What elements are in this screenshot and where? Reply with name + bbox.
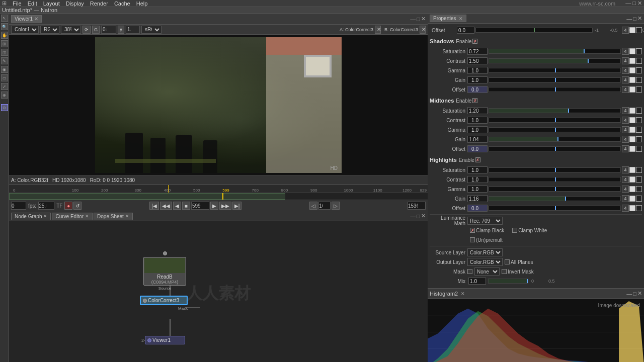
midtones-gain-input[interactable]: [467, 136, 488, 143]
clamp-white-checkbox[interactable]: [512, 228, 517, 233]
colorspace-select[interactable]: sRGB: [141, 26, 162, 34]
highlights-con-swatch1[interactable]: [629, 176, 635, 183]
mask-check[interactable]: [467, 269, 472, 274]
menu-display[interactable]: Display: [66, 1, 84, 7]
shadows-con-slider[interactable]: [489, 58, 621, 63]
midtones-gain-slider[interactable]: [489, 137, 621, 142]
shadows-gam-swatch2[interactable]: [636, 67, 642, 73]
midtones-gam-swatch2[interactable]: [636, 127, 642, 133]
shadows-gam-btn4[interactable]: 4: [622, 67, 629, 74]
tab-node-graph[interactable]: Node Graph ✕: [11, 213, 51, 220]
shadows-gain-btn4[interactable]: 4: [622, 76, 629, 83]
tab-node-graph-close[interactable]: ✕: [43, 214, 47, 219]
shadows-off-btn4[interactable]: 4: [622, 86, 629, 93]
shadows-gam-swatch1[interactable]: [629, 67, 635, 73]
midtones-gam-btn4[interactable]: 4: [622, 126, 629, 133]
shadows-con-input[interactable]: [467, 57, 488, 64]
midtones-sat-swatch2[interactable]: [636, 108, 642, 114]
btn-prev-key[interactable]: ◀◀: [160, 202, 172, 210]
properties-tab[interactable]: Properties ✕: [430, 15, 466, 22]
clamp-white-check[interactable]: Clamp White: [512, 228, 547, 233]
midtones-con-input[interactable]: [467, 117, 488, 124]
clamp-black-check[interactable]: Clamp Black: [470, 228, 504, 233]
midtones-off-swatch2[interactable]: [636, 146, 642, 152]
read-node-output-port[interactable]: [163, 251, 167, 255]
tab-curve-editor-close[interactable]: ✕: [85, 214, 89, 219]
current-frame-input[interactable]: [191, 202, 209, 210]
shadows-enable[interactable]: Enable: [456, 39, 477, 44]
viewer-tab-close[interactable]: ✕: [34, 16, 38, 22]
node-graph-canvas[interactable]: 人人素材: [9, 221, 428, 362]
props-panel-max[interactable]: □: [633, 16, 636, 22]
btn-skip-end[interactable]: ▶|: [232, 202, 242, 210]
tool-extra2[interactable]: ⊙: [1, 104, 8, 111]
tool-transform[interactable]: ⤢: [1, 83, 8, 90]
midtones-sat-slider[interactable]: [489, 108, 621, 113]
shadows-off-slider[interactable]: [489, 87, 621, 92]
tab-curve-editor[interactable]: Curve Editor ✕: [52, 213, 93, 220]
channel-select[interactable]: Color.RGB: [11, 26, 39, 34]
props-panel-close[interactable]: ✕: [637, 15, 642, 22]
unpremult-check[interactable]: (Un)premult: [470, 237, 503, 243]
menu-edit[interactable]: Edit: [28, 1, 37, 7]
midtones-gain-swatch2[interactable]: [636, 136, 642, 142]
tool-wipe[interactable]: ◫: [1, 49, 8, 56]
offset-top-btn4[interactable]: 4: [622, 27, 629, 34]
input-b-close[interactable]: ✕: [420, 26, 426, 34]
highlights-off-btn4[interactable]: 4: [622, 205, 629, 212]
unpremult-checkbox[interactable]: [470, 237, 475, 242]
highlights-off-swatch1[interactable]: [629, 205, 635, 211]
source-layer-select[interactable]: Color.RGB: [467, 248, 503, 256]
btn-next-frame-step[interactable]: ▷: [332, 202, 340, 210]
btn-play-fwd[interactable]: ▶: [210, 202, 218, 210]
midtones-sat-swatch1[interactable]: [629, 108, 635, 114]
shadows-con-btn4[interactable]: 4: [622, 57, 629, 64]
midtones-enable[interactable]: Enable: [456, 98, 477, 104]
mix-slider[interactable]: [488, 279, 528, 284]
bottom-panel-max[interactable]: □: [417, 213, 420, 219]
highlights-gam-swatch2[interactable]: [636, 186, 642, 192]
tool-color[interactable]: ◉: [1, 66, 8, 73]
highlights-gain-slider[interactable]: [489, 196, 621, 201]
tool-hand[interactable]: ✋: [1, 32, 8, 39]
highlights-enable-check[interactable]: [475, 157, 480, 162]
menu-layout[interactable]: Layout: [43, 1, 60, 7]
highlights-gain-swatch2[interactable]: [636, 196, 642, 202]
highlights-sat-input[interactable]: [467, 166, 488, 173]
timeline-track[interactable]: [9, 193, 428, 200]
offset-top-swatch-b[interactable]: [636, 27, 642, 33]
midtones-off-btn4[interactable]: 4: [622, 145, 629, 152]
panel-min[interactable]: —: [410, 16, 416, 22]
read-node[interactable]: ReadB (C0094.MP4) Source: [143, 251, 186, 291]
tool-extra1[interactable]: ⊕: [1, 92, 8, 99]
highlights-gam-swatch1[interactable]: [629, 186, 635, 192]
midtones-con-swatch1[interactable]: [629, 117, 635, 123]
window-controls[interactable]: — □ ✕: [625, 0, 642, 7]
shadows-off-swatch2[interactable]: [636, 86, 642, 93]
btn-loop[interactable]: ↺: [73, 202, 82, 210]
tool-picker[interactable]: ✎: [1, 57, 8, 64]
btn-record[interactable]: ●: [64, 202, 72, 210]
btn-next-key[interactable]: ▶▶: [219, 202, 231, 210]
frame-start-input[interactable]: [11, 202, 26, 210]
highlights-con-btn4[interactable]: 4: [622, 176, 629, 183]
highlights-gam-slider[interactable]: [489, 187, 621, 192]
midtones-gain-swatch1[interactable]: [629, 136, 635, 142]
tool-pointer[interactable]: ↖: [1, 15, 8, 22]
btn-stop[interactable]: ■: [182, 202, 190, 210]
shadows-sat-swatch1[interactable]: [629, 48, 635, 54]
panel-close[interactable]: ✕: [421, 16, 426, 22]
shadows-enable-check[interactable]: [472, 39, 477, 44]
invert-mask-checkbox[interactable]: [502, 269, 507, 274]
tool-crop[interactable]: ⊞: [1, 40, 8, 47]
btn-prev-frame-step[interactable]: ◁: [309, 202, 317, 210]
midtones-gam-slider[interactable]: [489, 127, 621, 132]
highlights-con-slider[interactable]: [489, 177, 621, 182]
shadows-sat-slider[interactable]: [489, 49, 621, 54]
menu-cache[interactable]: Cache: [114, 1, 130, 7]
shadows-sat-swatch2[interactable]: [636, 48, 642, 54]
offset-top-input[interactable]: [457, 27, 474, 34]
props-panel-min[interactable]: —: [626, 16, 632, 22]
input-a-close[interactable]: ✕: [375, 26, 381, 34]
shadows-gain-slider[interactable]: [489, 77, 621, 82]
